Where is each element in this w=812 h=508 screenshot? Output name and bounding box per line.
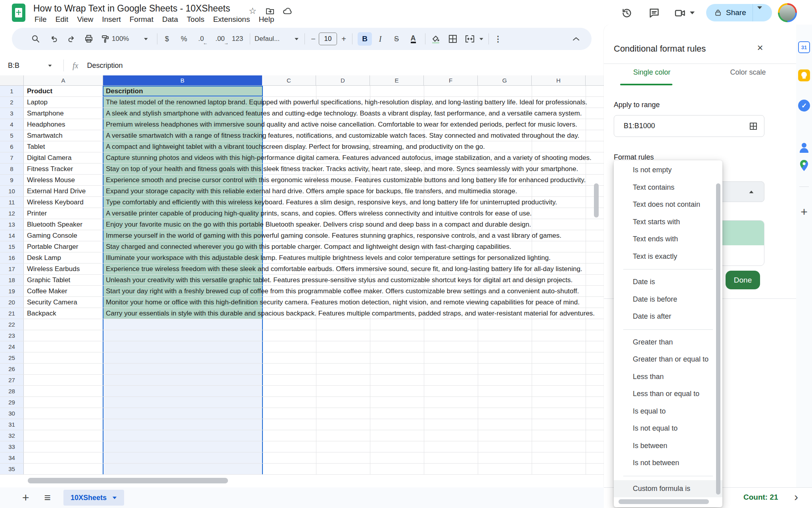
contacts-icon[interactable]	[798, 142, 810, 154]
add-sheet-button[interactable]: +	[22, 492, 29, 504]
row-header[interactable]: 13	[0, 219, 24, 230]
cell-a[interactable]: Laptop	[24, 97, 103, 108]
cell-b-text[interactable]	[106, 386, 604, 396]
sheet-tab[interactable]: 10XSheets	[63, 490, 124, 506]
cell-b-text[interactable]: Description	[106, 86, 604, 96]
menu-item[interactable]: Text does not contain	[614, 196, 722, 214]
font-size-input[interactable]: 10	[319, 33, 337, 45]
row-header[interactable]: 10	[0, 186, 24, 196]
cell-b-text[interactable]: Unleash your creativity with this versat…	[106, 275, 604, 285]
menu-item[interactable]: Less than	[614, 368, 722, 386]
cell-b-text[interactable]: Premium wireless headphones with immersi…	[106, 119, 604, 130]
cell-b-text[interactable]	[106, 408, 604, 419]
column-header[interactable]: F	[424, 75, 478, 85]
cell-a[interactable]	[24, 330, 103, 341]
cell-a[interactable]: Graphic Tablet	[24, 275, 103, 285]
row-header[interactable]: 20	[0, 297, 24, 308]
cell-a[interactable]: Gaming Console	[24, 230, 103, 241]
maps-icon[interactable]	[798, 160, 810, 171]
italic-button[interactable]: I	[375, 34, 385, 44]
increase-decimals-button[interactable]: .00→	[213, 34, 227, 44]
cell-a[interactable]	[24, 452, 103, 463]
cell-a[interactable]: Printer	[24, 208, 103, 219]
column-header[interactable]: B	[103, 75, 262, 85]
row-header[interactable]: 35	[0, 464, 24, 474]
cell-b-text[interactable]: Stay charged and connected wherever you …	[106, 241, 604, 252]
row-header[interactable]: 19	[0, 286, 24, 296]
cell-a[interactable]	[24, 386, 103, 396]
cell-b-text[interactable]	[106, 364, 604, 374]
menu-item[interactable]: Is equal to	[614, 403, 722, 420]
row-header[interactable]: 27	[0, 375, 24, 385]
menu-item[interactable]	[623, 329, 713, 330]
row-header[interactable]: 30	[0, 408, 24, 419]
cell-b-text[interactable]: Immerse yourself in the world of gaming …	[106, 230, 604, 241]
menu-item[interactable]: Less than or equal to	[614, 385, 722, 403]
cell-b-text[interactable]: Experience true wireless freedom with th…	[106, 264, 604, 274]
text-color-button[interactable]: A	[408, 34, 419, 44]
menu-item[interactable]: Data	[158, 15, 182, 24]
cloud-check-icon[interactable]	[282, 6, 293, 16]
cell-a[interactable]	[24, 419, 103, 430]
cell-b-text[interactable]	[106, 397, 604, 408]
format-percent-button[interactable]: %	[179, 34, 189, 44]
cell-a[interactable]: Wireless Earbuds	[24, 264, 103, 274]
row-header[interactable]: 22	[0, 319, 24, 330]
menu-item[interactable]: Extensions	[209, 15, 254, 24]
menu-item[interactable]: Is between	[614, 437, 722, 455]
row-header[interactable]: 12	[0, 208, 24, 219]
bold-button[interactable]: B	[358, 32, 372, 46]
count-badge[interactable]: Count: 21	[743, 493, 778, 502]
menu-item[interactable]: Edit	[51, 15, 73, 24]
menu-item[interactable]: Tools	[182, 15, 209, 24]
row-header[interactable]: 28	[0, 386, 24, 396]
menu-item[interactable]: Date is after	[614, 308, 722, 325]
menu-item[interactable]: File	[30, 15, 51, 24]
merge-dropdown-icon[interactable]	[479, 38, 483, 40]
share-button[interactable]: Share	[706, 4, 772, 21]
increase-font-size-button[interactable]: +	[339, 34, 348, 44]
borders-icon[interactable]	[447, 34, 458, 44]
fill-color-button[interactable]	[430, 34, 442, 44]
sheet-tab-menu-icon[interactable]	[113, 496, 117, 499]
column-header[interactable]: A	[24, 75, 103, 85]
cell-b-text[interactable]: Expand your storage capacity with this r…	[106, 186, 604, 196]
cell-a[interactable]: Tablet	[24, 141, 103, 152]
undo-icon[interactable]	[48, 34, 59, 44]
cell-a[interactable]: Wireless Mouse	[24, 175, 103, 185]
row-header[interactable]: 2	[0, 97, 24, 108]
cell-b-text[interactable]	[106, 464, 604, 474]
row-header[interactable]: 7	[0, 152, 24, 163]
cell-a[interactable]: Smartwatch	[24, 130, 103, 141]
close-icon[interactable]: ×	[754, 41, 766, 54]
cell-b-text[interactable]: Stay on top of your health and fitness g…	[106, 164, 604, 174]
comments-icon[interactable]	[648, 7, 660, 19]
cell-b-text[interactable]: A sleek and stylish smartphone with adva…	[106, 108, 604, 119]
print-icon[interactable]	[83, 34, 94, 44]
strikethrough-button[interactable]: S	[391, 34, 402, 44]
range-input[interactable]: B1:B1000	[614, 115, 764, 137]
cell-a[interactable]: Portable Charger	[24, 241, 103, 252]
name-box-dropdown-icon[interactable]	[48, 64, 52, 66]
avatar[interactable]	[778, 3, 797, 22]
cell-b-text[interactable]	[106, 375, 604, 385]
menu-item[interactable]: Is not equal to	[614, 420, 722, 437]
row-header[interactable]: 25	[0, 352, 24, 363]
cell-a[interactable]	[24, 464, 103, 474]
row-header[interactable]: 31	[0, 419, 24, 430]
cell-b-text[interactable]: Enjoy your favorite music on the go with…	[106, 219, 604, 230]
cell-b-text[interactable]: A versatile printer capable of producing…	[106, 208, 604, 219]
search-icon[interactable]	[30, 34, 41, 44]
cell-a[interactable]	[24, 319, 103, 330]
format-currency-button[interactable]: $	[163, 34, 171, 44]
cell-b-text[interactable]: Capture stunning photos and videos with …	[106, 152, 604, 163]
cell-a[interactable]	[24, 397, 103, 408]
cell-b-text[interactable]	[106, 419, 604, 430]
paint-format-icon[interactable]	[100, 34, 111, 44]
column-header[interactable]: C	[262, 75, 316, 85]
cell-a[interactable]: Security Camera	[24, 297, 103, 308]
dropdown-vertical-scrollbar[interactable]	[716, 183, 720, 495]
menu-item[interactable]: Greater than	[614, 334, 722, 351]
row-header[interactable]: 4	[0, 119, 24, 130]
cell-a[interactable]	[24, 352, 103, 363]
